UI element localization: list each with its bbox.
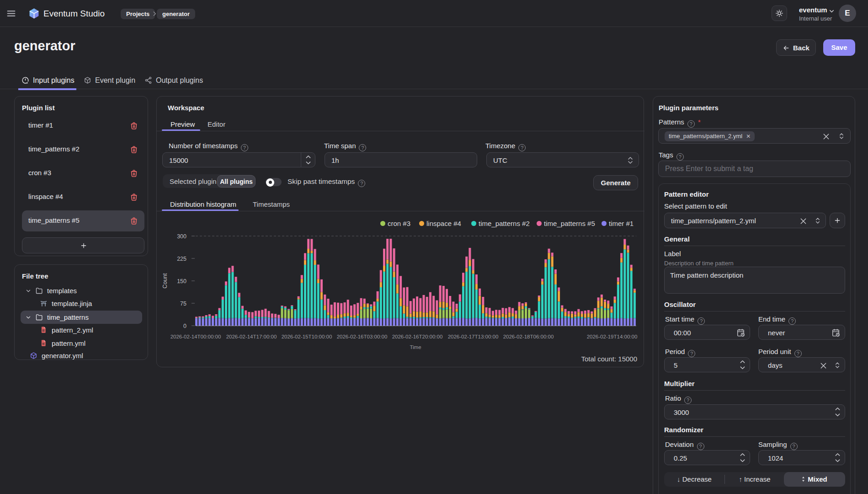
svg-text:Count: Count — [162, 273, 168, 289]
svg-text:2026-02-14T17:00:00: 2026-02-14T17:00:00 — [226, 334, 277, 339]
svg-text:150: 150 — [177, 278, 186, 285]
svg-text:0: 0 — [183, 323, 186, 329]
svg-text:2026-02-14T00:00:00: 2026-02-14T00:00:00 — [170, 334, 221, 339]
svg-text:225: 225 — [177, 256, 186, 262]
svg-text:2026-02-17T13:00:00: 2026-02-17T13:00:00 — [448, 334, 499, 339]
svg-text:2026-02-18T06:00:00: 2026-02-18T06:00:00 — [503, 334, 554, 339]
svg-text:2026-02-16T03:00:00: 2026-02-16T03:00:00 — [337, 334, 388, 339]
svg-text:2026-02-15T10:00:00: 2026-02-15T10:00:00 — [282, 334, 332, 339]
svg-text:300: 300 — [177, 233, 186, 240]
svg-text:2026-02-19T14:00:00: 2026-02-19T14:00:00 — [587, 334, 638, 339]
svg-text:75: 75 — [180, 301, 186, 307]
svg-text:Time: Time — [410, 344, 421, 350]
svg-text:2026-02-16T20:00:00: 2026-02-16T20:00:00 — [392, 334, 443, 339]
